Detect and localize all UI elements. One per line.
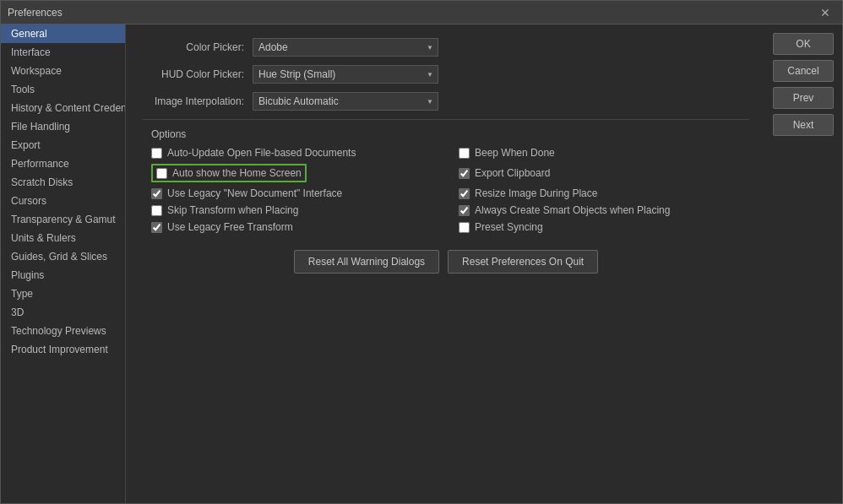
dialog-body: GeneralInterfaceWorkspaceToolsHistory & … (1, 24, 842, 503)
home-screen-highlight: Auto show the Home Screen (151, 164, 307, 182)
preferences-dialog: Preferences ✕ GeneralInterfaceWorkspaceT… (0, 0, 843, 504)
color-picker-select[interactable]: Adobe Windows (253, 38, 438, 57)
image-interpolation-row: Image Interpolation: Bicubic Automatic N… (143, 92, 749, 111)
color-picker-row: Color Picker: Adobe Windows (143, 38, 749, 57)
sidebar-item-guides-grid--slices[interactable]: Guides, Grid & Slices (1, 247, 125, 266)
next-button[interactable]: Next (773, 114, 834, 136)
beep-when-done-label: Beep When Done (475, 147, 555, 159)
skip-transform-checkbox[interactable] (151, 205, 162, 216)
sidebar-item-export[interactable]: Export (1, 136, 125, 154)
sidebar-item-scratch-disks[interactable]: Scratch Disks (1, 173, 125, 192)
options-section-label: Options (151, 128, 749, 140)
hud-color-picker-select[interactable]: Hue Strip (Small) Hue Strip (Medium) Hue… (253, 65, 438, 84)
checkbox-resize-image: Resize Image During Place (459, 187, 749, 199)
legacy-new-doc-checkbox[interactable] (151, 188, 162, 199)
sidebar-item-technology-previews[interactable]: Technology Previews (1, 322, 125, 340)
legacy-free-transform-checkbox[interactable] (151, 222, 162, 233)
sidebar-item-file-handling[interactable]: File Handling (1, 117, 125, 136)
auto-show-home-checkbox[interactable] (156, 168, 167, 179)
bottom-buttons: Reset All Warning Dialogs Reset Preferen… (143, 250, 749, 274)
resize-image-label: Resize Image During Place (475, 187, 597, 199)
checkbox-smart-objects: Always Create Smart Objects when Placing (459, 204, 749, 216)
export-clipboard-label: Export Clipboard (475, 167, 550, 179)
checkbox-export-clipboard: Export Clipboard (459, 164, 749, 182)
auto-show-home-label: Auto show the Home Screen (172, 167, 302, 179)
checkbox-preset-syncing: Preset Syncing (459, 221, 749, 233)
divider (143, 119, 749, 120)
checkbox-skip-transform: Skip Transform when Placing (151, 204, 442, 216)
close-button[interactable]: ✕ (815, 5, 835, 20)
sidebar-item-plugins[interactable]: Plugins (1, 266, 125, 285)
sidebar-item-3d[interactable]: 3D (1, 303, 125, 322)
sidebar-item-interface[interactable]: Interface (1, 43, 125, 62)
sidebar-item-transparency--gamut[interactable]: Transparency & Gamut (1, 210, 125, 229)
skip-transform-label: Skip Transform when Placing (167, 204, 298, 216)
sidebar-item-general[interactable]: General (1, 24, 125, 43)
checkbox-home-screen-wrapper: Auto show the Home Screen (151, 164, 442, 182)
preset-syncing-label: Preset Syncing (475, 221, 543, 233)
hud-color-picker-label: HUD Color Picker: (143, 68, 253, 80)
resize-image-checkbox[interactable] (459, 188, 470, 199)
auto-update-checkbox[interactable] (151, 148, 162, 159)
reset-warnings-button[interactable]: Reset All Warning Dialogs (294, 250, 439, 274)
dialog-title: Preferences (8, 7, 63, 19)
preset-syncing-checkbox[interactable] (459, 222, 470, 233)
checkbox-legacy-free-transform: Use Legacy Free Transform (151, 221, 442, 233)
color-picker-label: Color Picker: (143, 41, 253, 53)
title-bar: Preferences ✕ (1, 1, 842, 24)
beep-when-done-checkbox[interactable] (459, 148, 470, 159)
hud-color-picker-row: HUD Color Picker: Hue Strip (Small) Hue … (143, 65, 749, 84)
color-picker-select-wrapper: Adobe Windows (253, 38, 438, 57)
smart-objects-checkbox[interactable] (459, 205, 470, 216)
reset-prefs-button[interactable]: Reset Preferences On Quit (448, 250, 598, 274)
sidebar-item-performance[interactable]: Performance (1, 154, 125, 173)
image-interpolation-label: Image Interpolation: (143, 95, 253, 107)
checkbox-auto-update: Auto-Update Open File-based Documents (151, 147, 442, 159)
sidebar-item-cursors[interactable]: Cursors (1, 192, 125, 210)
prev-button[interactable]: Prev (773, 87, 834, 109)
sidebar-item-tools[interactable]: Tools (1, 80, 125, 99)
right-buttons: OK Cancel Prev Next (766, 24, 842, 503)
checkbox-legacy-new-doc: Use Legacy "New Document" Interface (151, 187, 442, 199)
sidebar: GeneralInterfaceWorkspaceToolsHistory & … (1, 24, 126, 503)
sidebar-item-product-improvement[interactable]: Product Improvement (1, 340, 125, 359)
legacy-free-transform-label: Use Legacy Free Transform (167, 221, 293, 233)
checkbox-beep: Beep When Done (459, 147, 749, 159)
cancel-button[interactable]: Cancel (773, 60, 834, 82)
ok-button[interactable]: OK (773, 33, 834, 55)
sidebar-item-history--content-credentials[interactable]: History & Content Credentials (1, 99, 125, 117)
export-clipboard-checkbox[interactable] (459, 168, 470, 179)
image-interpolation-select[interactable]: Bicubic Automatic Nearest Neighbor Bilin… (253, 92, 438, 111)
sidebar-item-type[interactable]: Type (1, 285, 125, 303)
hud-color-picker-select-wrapper: Hue Strip (Small) Hue Strip (Medium) Hue… (253, 65, 438, 84)
auto-update-label: Auto-Update Open File-based Documents (167, 147, 356, 159)
sidebar-item-workspace[interactable]: Workspace (1, 62, 125, 80)
sidebar-item-units--rulers[interactable]: Units & Rulers (1, 229, 125, 247)
main-content: Color Picker: Adobe Windows HUD Color Pi… (126, 24, 766, 503)
legacy-new-doc-label: Use Legacy "New Document" Interface (167, 187, 342, 199)
options-checkboxes: Auto-Update Open File-based Documents Be… (151, 147, 749, 233)
image-interpolation-select-wrapper: Bicubic Automatic Nearest Neighbor Bilin… (253, 92, 438, 111)
smart-objects-label: Always Create Smart Objects when Placing (475, 204, 670, 216)
